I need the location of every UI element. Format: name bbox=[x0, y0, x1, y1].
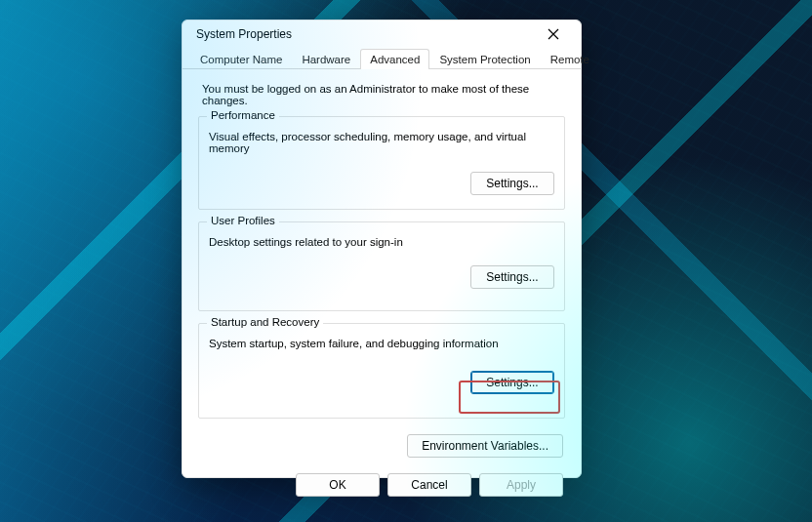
group-user-profiles-desc: Desktop settings related to your sign-in bbox=[209, 236, 554, 248]
tab-hardware[interactable]: Hardware bbox=[292, 49, 360, 69]
group-startup-recovery: Startup and Recovery System startup, sys… bbox=[198, 323, 565, 419]
tab-computer-name[interactable]: Computer Name bbox=[190, 49, 292, 69]
group-performance-desc: Visual effects, processor scheduling, me… bbox=[209, 131, 554, 154]
tab-panel-advanced: You must be logged on as an Administrato… bbox=[183, 69, 581, 463]
window-title: System Properties bbox=[196, 27, 536, 41]
startup-recovery-settings-button[interactable]: Settings... bbox=[470, 371, 554, 394]
group-user-profiles-legend: User Profiles bbox=[207, 215, 279, 226]
group-startup-recovery-legend: Startup and Recovery bbox=[207, 316, 323, 328]
group-user-profiles: User Profiles Desktop settings related t… bbox=[198, 221, 565, 311]
tab-advanced[interactable]: Advanced bbox=[360, 49, 429, 69]
close-icon bbox=[548, 28, 559, 40]
group-performance: Performance Visual effects, processor sc… bbox=[198, 116, 565, 210]
desktop-wallpaper: System Properties Computer Name Hardware… bbox=[0, 0, 812, 522]
tab-strip: Computer Name Hardware Advanced System P… bbox=[183, 48, 581, 69]
performance-settings-button[interactable]: Settings... bbox=[470, 172, 554, 195]
tab-system-protection[interactable]: System Protection bbox=[429, 49, 540, 69]
group-startup-recovery-desc: System startup, system failure, and debu… bbox=[209, 338, 554, 349]
dialog-footer: OK Cancel Apply bbox=[183, 463, 581, 510]
cancel-button[interactable]: Cancel bbox=[387, 473, 471, 497]
close-button[interactable] bbox=[536, 20, 571, 48]
titlebar: System Properties bbox=[183, 20, 581, 48]
system-properties-dialog: System Properties Computer Name Hardware… bbox=[182, 20, 582, 478]
ok-button[interactable]: OK bbox=[296, 473, 380, 497]
admin-note: You must be logged on as an Administrato… bbox=[202, 83, 565, 106]
environment-variables-button[interactable]: Environment Variables... bbox=[407, 434, 563, 458]
group-performance-legend: Performance bbox=[207, 109, 279, 121]
user-profiles-settings-button[interactable]: Settings... bbox=[470, 265, 554, 289]
tab-remote[interactable]: Remote bbox=[541, 49, 599, 69]
apply-button[interactable]: Apply bbox=[479, 473, 563, 497]
